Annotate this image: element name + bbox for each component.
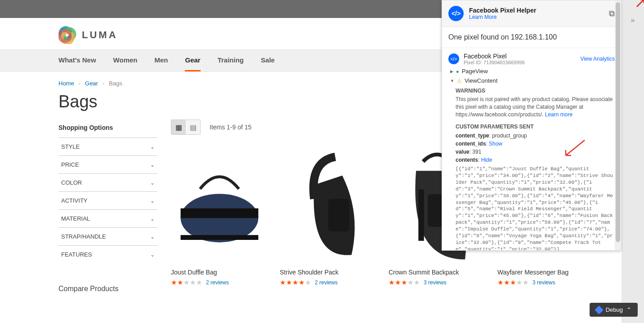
ext-learn-more-link[interactable]: Learn More [469,14,536,20]
filter-color[interactable]: COLOR⌄ [58,173,157,191]
open-external-icon[interactable]: ⧉ [609,9,615,18]
view-analytics-link[interactable]: View Analytics [581,56,615,62]
nav-training[interactable]: Training [218,50,244,71]
ext-pixel-name: Facebook Pixel [464,53,525,60]
list-view-button[interactable]: ▤ [186,120,200,134]
compare-products-heading: Compare Products [58,285,157,293]
breadcrumb-current: Bags [109,80,122,87]
warning-icon: ⚠ [457,78,462,84]
svg-rect-5 [181,208,259,218]
rating-stars: ★★★★★ [389,279,420,287]
nav-women[interactable]: Women [113,50,138,71]
reviews-link[interactable]: 2 reviews [206,279,229,286]
show-link[interactable]: Show [489,141,502,147]
chevron-up-icon: ⌃ [626,306,631,313]
logo[interactable]: LUMA [58,26,118,44]
filter-label: MATERIAL [61,215,90,222]
debug-button[interactable]: Debug ⌃ [590,303,638,317]
filter-label: STRAP/HANDLE [61,233,106,240]
breadcrumb-home[interactable]: Home [58,80,74,87]
chevron-right-icon: › [79,80,80,87]
ext-summary: One pixel found on 192.168.1.100 [442,27,621,48]
chevron-down-icon: ⌄ [150,144,155,150]
filter-features[interactable]: FEATURES⌄ [58,245,157,263]
nav-whats-new[interactable]: What's New [58,50,96,71]
filter-label: PRICE [61,161,79,168]
param-content-type: content_type: product_group [456,132,615,140]
rating-stars: ★★★★★ [171,279,202,287]
event-pageview[interactable]: ▶ ● PageView [448,65,615,75]
annotation-arrow-top [635,0,644,9]
triangle-down-icon: ▼ [450,79,454,83]
view-mode-switcher: ▦ ▤ [171,119,201,135]
chevrons-down-icon[interactable]: » [631,16,635,24]
breadcrumb-gear[interactable]: Gear [85,80,98,87]
product-name: Crown Summit Backpack [389,269,486,276]
extension-popup: </> Facebook Pixel Helper Learn More ⧉ O… [442,0,622,251]
svg-rect-9 [418,190,424,241]
nav-sale[interactable]: Sale [261,50,275,71]
svg-rect-7 [328,199,349,232]
filter-price[interactable]: PRICE⌄ [58,155,157,173]
sidebar-heading: Shopping Options [58,119,157,137]
item-count: Items 1-9 of 15 [210,124,251,131]
code-icon: </> [448,6,464,21]
list-icon: ▤ [190,123,197,132]
chevron-down-icon: ⌄ [150,234,155,240]
product-card[interactable]: Joust Duffle Bag ★★★★★ 2 reviews [171,143,268,287]
code-icon: </> [448,53,459,64]
filter-label: ACTIVITY [61,197,88,204]
nav-men[interactable]: Men [154,50,168,71]
filter-style[interactable]: STYLE⌄ [58,137,157,155]
event-viewcontent[interactable]: ▼ ⚠ ViewContent [448,75,615,84]
logo-icon [58,26,76,44]
product-image [171,143,268,264]
filter-label: FEATURES [61,251,92,258]
chevron-down-icon: ⌄ [150,198,155,204]
ext-body: </> Facebook Pixel Pixel ID: 71390481566… [442,48,621,250]
filter-strap[interactable]: STRAP/HANDLE⌄ [58,227,157,245]
product-card[interactable]: Strive Shoulder Pack ★★★★★ 2 reviews [280,143,377,287]
product-name: Strive Shoulder Pack [280,269,377,276]
hide-link[interactable]: Hide [481,157,492,163]
ext-title: Facebook Pixel Helper [469,7,536,14]
filter-material[interactable]: MATERIAL⌄ [58,209,157,227]
grid-view-button[interactable]: ▦ [171,120,186,134]
ext-header: </> Facebook Pixel Helper Learn More ⧉ [442,0,621,27]
chevron-down-icon: ⌄ [150,252,155,258]
contents-raw: [{"id":"1","name":"Joust Duffle Bag","qu… [456,166,615,250]
browser-right-strip: » [622,0,644,323]
reviews-link[interactable]: 3 reviews [424,279,447,286]
chevron-down-icon: ⌄ [150,180,155,186]
svg-rect-6 [181,235,259,240]
rating-stars: ★★★★★ [497,279,529,287]
filter-activity[interactable]: ACTIVITY⌄ [58,191,157,209]
chevron-down-icon: ⌄ [150,162,155,168]
param-contents: contents: Hide [456,156,615,164]
diamond-icon [595,305,604,314]
scrollbar-track[interactable] [615,0,621,250]
product-image [280,143,377,264]
warnings-text: This pixel is not paired with any produc… [456,96,615,118]
check-circle-icon: ● [456,69,459,74]
reviews-link[interactable]: 2 reviews [315,279,338,286]
param-value: value: 391 [456,148,615,156]
warnings-heading: WARNINGS [456,88,615,94]
chevron-down-icon: ⌄ [150,216,155,222]
product-name: Joust Duffle Bag [171,269,268,276]
rating-stars: ★★★★★ [280,279,311,287]
nav-gear[interactable]: Gear [185,50,200,71]
triangle-right-icon: ▶ [450,69,453,74]
filter-label: COLOR [61,179,82,186]
sidebar: Shopping Options STYLE⌄ PRICE⌄ COLOR⌄ AC… [58,119,157,293]
learn-more-link[interactable]: Learn more [545,111,572,118]
event-label: PageView [462,68,488,75]
chevron-right-icon: › [103,80,104,87]
event-label: ViewContent [465,77,497,84]
product-name: Wayfarer Messenger Bag [497,269,595,276]
debug-label: Debug [606,306,623,313]
reviews-link[interactable]: 3 reviews [532,279,555,286]
scrollbar-thumb[interactable] [616,2,620,242]
ext-pixel-id: Pixel ID: 713904815669996 [464,60,525,65]
param-content-ids: content_ids: Show [456,140,615,148]
